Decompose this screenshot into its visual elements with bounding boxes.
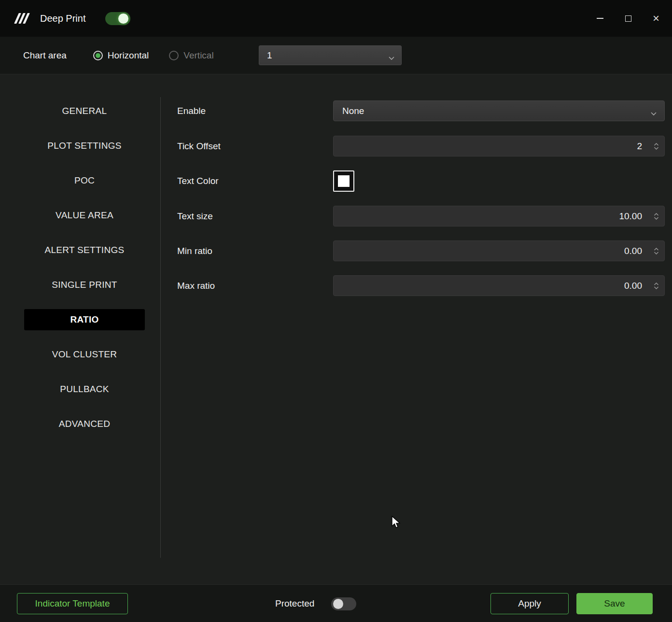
sidebar-item-ratio[interactable]: RATIO [24,309,145,330]
indicator-enabled-toggle[interactable] [105,12,130,25]
enable-select-value: None [342,101,364,121]
text-color-label: Text Color [177,170,219,192]
logo-icon [16,13,28,24]
sidebar-item-alert-settings[interactable]: ALERT SETTINGS [24,240,145,261]
text-size-label: Text size [177,206,213,227]
text-color-picker[interactable] [333,170,354,192]
save-button[interactable]: Save [576,593,653,614]
text-size-input[interactable]: 10.00 [333,206,665,226]
radio-vertical[interactable]: Vertical [169,50,213,61]
maximize-button[interactable] [617,7,639,29]
spinner-updown-icon[interactable] [653,141,659,153]
settings-tabs: GENERAL PLOT SETTINGS POC VALUE AREA ALE… [0,100,160,448]
spinner-updown-icon[interactable] [653,246,659,258]
sidebar-item-advanced[interactable]: ADVANCED [24,413,145,435]
indicator-template-button[interactable]: Indicator Template [17,593,128,614]
close-icon: × [653,13,659,24]
max-ratio-label: Max ratio [177,275,215,297]
min-ratio-value: 0.00 [624,241,642,261]
orientation-radio-group: Horizontal Vertical [93,50,214,61]
vertical-divider [160,97,161,558]
close-button[interactable]: × [645,7,667,29]
footer-bar: Indicator Template Protected Apply Save [0,584,672,622]
form-row-max-ratio: Max ratio 0.00 [160,275,672,297]
min-ratio-input[interactable]: 0.00 [333,240,665,261]
sidebar-item-pullback[interactable]: PULLBACK [24,379,145,400]
sidebar-item-vol-cluster[interactable]: VOL CLUSTER [24,344,145,365]
form-row-min-ratio: Min ratio 0.00 [160,240,672,262]
sidebar-item-single-print[interactable]: SINGLE PRINT [24,274,145,296]
form-row-text-color: Text Color [160,170,672,192]
radio-selected-icon [93,51,103,60]
max-ratio-input[interactable]: 0.00 [333,275,665,296]
sidebar-item-poc[interactable]: POC [24,170,145,191]
maximize-icon [625,15,631,22]
toggle-knob [333,599,343,609]
protected-label: Protected [275,585,314,622]
chart-area-bar: Chart area Horizontal Vertical 1 [0,37,672,74]
chart-area-dropdown[interactable]: 1 [259,45,402,65]
sidebar-item-general[interactable]: GENERAL [24,100,145,122]
deep-print-settings-window: Deep Print × Chart area Horizontal Verti… [0,0,672,622]
color-swatch [338,175,350,187]
form-row-tick-offset: Tick Offset 2 [160,136,672,157]
spinner-updown-icon[interactable] [653,281,659,293]
tick-offset-label: Tick Offset [177,136,221,157]
form-row-text-size: Text size 10.00 [160,206,672,227]
enable-label: Enable [177,100,206,122]
chevron-down-icon [389,54,394,62]
toggle-knob [118,14,128,24]
tick-offset-input[interactable]: 2 [333,136,665,156]
radio-vertical-label: Vertical [183,50,213,61]
protected-toggle[interactable] [331,597,356,610]
titlebar: Deep Print × [0,0,672,37]
text-size-value: 10.00 [619,206,642,226]
sidebar-item-value-area[interactable]: VALUE AREA [24,205,145,226]
window-controls: × [589,0,667,37]
main-content: GENERAL PLOT SETTINGS POC VALUE AREA ALE… [0,75,672,584]
chart-area-label: Chart area [23,50,67,61]
radio-unselected-icon [169,51,179,60]
sidebar-item-plot-settings[interactable]: PLOT SETTINGS [24,135,145,156]
window-title: Deep Print [40,13,86,24]
tick-offset-value: 2 [637,136,642,156]
apply-button[interactable]: Apply [490,593,569,614]
chart-area-dropdown-value: 1 [267,50,272,61]
minimize-icon [597,18,603,19]
spinner-updown-icon[interactable] [653,212,659,223]
form-row-enable: Enable None [160,100,672,122]
radio-horizontal[interactable]: Horizontal [93,50,149,61]
minimize-button[interactable] [589,7,611,29]
chevron-down-icon [651,109,657,118]
radio-horizontal-label: Horizontal [108,50,149,61]
enable-select[interactable]: None [333,100,665,121]
max-ratio-value: 0.00 [624,276,642,296]
min-ratio-label: Min ratio [177,240,212,262]
